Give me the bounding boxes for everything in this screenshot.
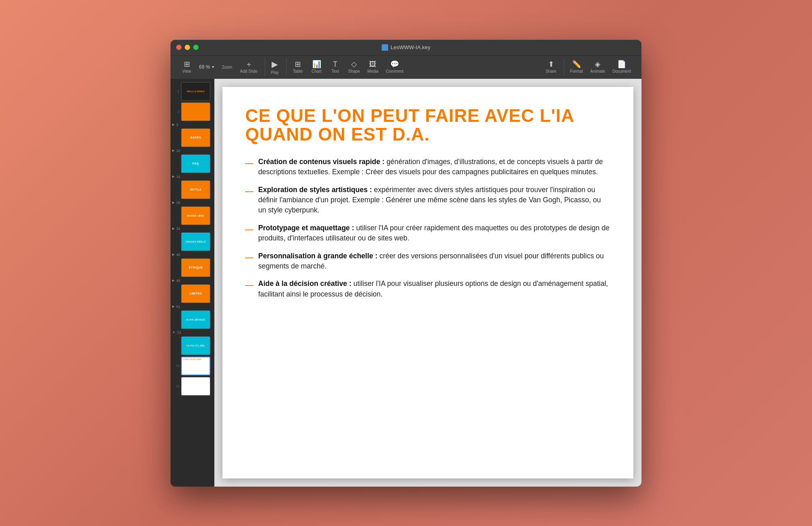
animate-icon: ◈ bbox=[595, 61, 600, 68]
play-icon: ▶ bbox=[272, 59, 278, 69]
table-icon: ⊞ bbox=[295, 61, 301, 68]
canvas-area[interactable]: CE QUE L'ON PEUT FAIRE AVEC L'IA QUAND O… bbox=[214, 79, 641, 487]
slide-canvas: CE QUE L'ON PEUT FAIRE AVEC L'IA QUAND O… bbox=[222, 87, 633, 478]
slide-thumb-48: LIMITES bbox=[181, 284, 210, 303]
bullet-text-3: Personnalisation à grande échelle : crée… bbox=[258, 251, 611, 272]
bullet-dash-2: — bbox=[245, 223, 253, 235]
bullet-dash-3: — bbox=[245, 251, 253, 263]
slide-item-48[interactable]: LIMITES bbox=[171, 284, 214, 304]
bullet-item-0: — Création de contenus visuels rapide : … bbox=[245, 157, 611, 177]
slide-item-75[interactable]: 75 bbox=[171, 376, 214, 396]
chevron-down-icon: ▼ bbox=[211, 65, 215, 69]
app-window: LesWWW-IA.key ⊞ View 69 % ▼ Zoom ＋ Add S… bbox=[171, 40, 641, 487]
slide-thumb-28: BASES (BIS) bbox=[181, 206, 210, 225]
slide-thumb-3: BASES bbox=[181, 128, 210, 147]
chevron-right-icon-bases-bis: ▶ bbox=[172, 201, 175, 204]
window-title: LesWWW-IA.key bbox=[382, 44, 430, 51]
minimize-button[interactable] bbox=[185, 45, 190, 50]
bullet-dash-1: — bbox=[245, 185, 253, 197]
group-header-bases-bis[interactable]: ▶ 28 bbox=[171, 200, 214, 206]
traffic-lights bbox=[176, 45, 199, 50]
slide-item-61[interactable]: IA.PIX (BASES) bbox=[171, 310, 214, 330]
toolbar-group-share: ⬆ Share bbox=[540, 59, 562, 75]
chevron-right-icon: ▶ bbox=[172, 123, 175, 126]
slide-thumb-10: FAQ bbox=[181, 154, 210, 173]
slide-item-74[interactable]: 74 CE QUE L'ON PEUT FAIRE... bbox=[171, 356, 214, 376]
play-button[interactable]: ▶ Play bbox=[268, 58, 282, 76]
bullet-text-0: Création de contenus visuels rapide : gé… bbox=[258, 157, 611, 177]
slide-thumb-40: ÉTHIQUE bbox=[181, 258, 210, 277]
slide-thumb-75 bbox=[181, 377, 210, 396]
bullet-item-2: — Prototypage et maquettage : utiliser l… bbox=[245, 223, 611, 244]
slide-item-3[interactable]: BASES bbox=[171, 128, 214, 148]
animate-button[interactable]: ◈ Animate bbox=[587, 59, 609, 75]
chart-icon: 📊 bbox=[312, 61, 321, 68]
slide-title: CE QUE L'ON PEUT FAIRE AVEC L'IA QUAND O… bbox=[245, 106, 611, 144]
slide-thumb-14: OUTILS bbox=[181, 180, 210, 199]
text-button[interactable]: T Text bbox=[326, 59, 344, 75]
group-header-iapix-tldr[interactable]: ▼ 73 bbox=[171, 330, 214, 336]
slide-thumb-73: IA.PIX (TL;DR) bbox=[181, 336, 210, 355]
main-area: 1 HELLO @ WORLD 2 ▶ 3 BASES bbox=[171, 79, 641, 487]
slide-thumb-74: CE QUE L'ON PEUT FAIRE... bbox=[181, 357, 210, 375]
slide-item-73[interactable]: IA.PIX (TL;DR) bbox=[171, 336, 214, 356]
toolbar-group-right: ✏️ Format ◈ Animate 📄 Document bbox=[564, 59, 637, 75]
add-slide-icon: ＋ bbox=[245, 61, 253, 68]
slide-item-28[interactable]: BASES (BIS) bbox=[171, 206, 214, 226]
group-header-limites[interactable]: ▶ 48 bbox=[171, 278, 214, 284]
comment-icon: 💬 bbox=[390, 61, 399, 68]
file-icon bbox=[382, 44, 388, 51]
format-icon: ✏️ bbox=[572, 61, 581, 68]
slide-item-1[interactable]: 1 HELLO @ WORLD bbox=[171, 81, 214, 102]
slide-item-10[interactable]: FAQ bbox=[171, 154, 214, 174]
group-header-faq[interactable]: ▶ 10 bbox=[171, 148, 214, 154]
document-button[interactable]: 📄 Document bbox=[609, 59, 634, 75]
media-button[interactable]: 🖼 Media bbox=[364, 59, 382, 75]
bullet-list: — Création de contenus visuels rapide : … bbox=[245, 157, 611, 459]
zoom-button[interactable]: Zoom bbox=[218, 63, 236, 71]
bullet-dash-0: — bbox=[245, 157, 253, 169]
chevron-right-icon-limites: ▶ bbox=[172, 279, 175, 282]
slide-thumb-1: HELLO @ WORLD bbox=[181, 82, 210, 101]
comment-button[interactable]: 💬 Comment bbox=[382, 59, 406, 75]
chevron-right-icon-faq: ▶ bbox=[172, 149, 175, 152]
slide-item-2[interactable]: 2 bbox=[171, 102, 214, 122]
toolbar-group-view: ⊞ View 69 % ▼ Zoom ＋ Add Slide bbox=[175, 59, 263, 75]
table-button[interactable]: ⊞ Table bbox=[289, 59, 307, 75]
add-slide-button[interactable]: ＋ Add Slide bbox=[237, 59, 261, 75]
bullet-text-4: Aide à la décision créative : utiliser l… bbox=[258, 279, 611, 299]
chevron-right-icon-usages: ▶ bbox=[172, 227, 175, 230]
bullet-text-2: Prototypage et maquettage : utiliser l'I… bbox=[258, 223, 611, 244]
group-header-ethique[interactable]: ▶ 40 bbox=[171, 252, 214, 258]
titlebar: LesWWW-IA.key bbox=[171, 40, 641, 55]
toolbar-group-play: ▶ Play bbox=[265, 58, 284, 76]
slide-thumb-34: USAGES RÉELS bbox=[181, 232, 210, 251]
chart-button[interactable]: 📊 Chart bbox=[308, 59, 326, 75]
share-button[interactable]: ⬆ Share bbox=[542, 59, 560, 75]
slide-item-14[interactable]: OUTILS bbox=[171, 180, 214, 200]
toolbar-group-insert: ⊞ Table 📊 Chart T Text ◇ Shape 🖼 Media 💬 bbox=[286, 59, 409, 75]
maximize-button[interactable] bbox=[193, 45, 199, 50]
slide-item-34[interactable]: USAGES RÉELS bbox=[171, 232, 214, 252]
slide-thumb-2 bbox=[181, 102, 210, 121]
close-button[interactable] bbox=[176, 45, 181, 50]
bullet-dash-4: — bbox=[245, 279, 253, 291]
slide-item-40[interactable]: ÉTHIQUE bbox=[171, 258, 214, 278]
sidebar-panel[interactable]: 1 HELLO @ WORLD 2 ▶ 3 BASES bbox=[171, 79, 214, 487]
group-header-iapix-bases[interactable]: ▶ 61 bbox=[171, 304, 214, 310]
chevron-right-icon-iapix-bases: ▶ bbox=[172, 305, 175, 308]
shape-icon: ◇ bbox=[351, 61, 357, 68]
group-header-outils[interactable]: ▶ 14 bbox=[171, 174, 214, 180]
text-icon: T bbox=[333, 61, 337, 68]
bullet-item-1: — Exploration de styles artistiques : ex… bbox=[245, 185, 611, 216]
view-button[interactable]: ⊞ View bbox=[178, 59, 196, 75]
view-icon: ⊞ bbox=[184, 61, 190, 68]
zoom-control[interactable]: 69 % ▼ bbox=[197, 63, 217, 71]
chevron-right-icon-outils: ▶ bbox=[172, 175, 175, 178]
format-button[interactable]: ✏️ Format bbox=[567, 59, 586, 75]
shape-button[interactable]: ◇ Shape bbox=[345, 59, 363, 75]
group-header-usages[interactable]: ▶ 34 bbox=[171, 226, 214, 232]
bullet-item-4: — Aide à la décision créative : utiliser… bbox=[245, 279, 611, 299]
chevron-down-icon-iapix-tldr: ▼ bbox=[172, 331, 175, 334]
group-header-bases[interactable]: ▶ 3 bbox=[171, 122, 214, 128]
